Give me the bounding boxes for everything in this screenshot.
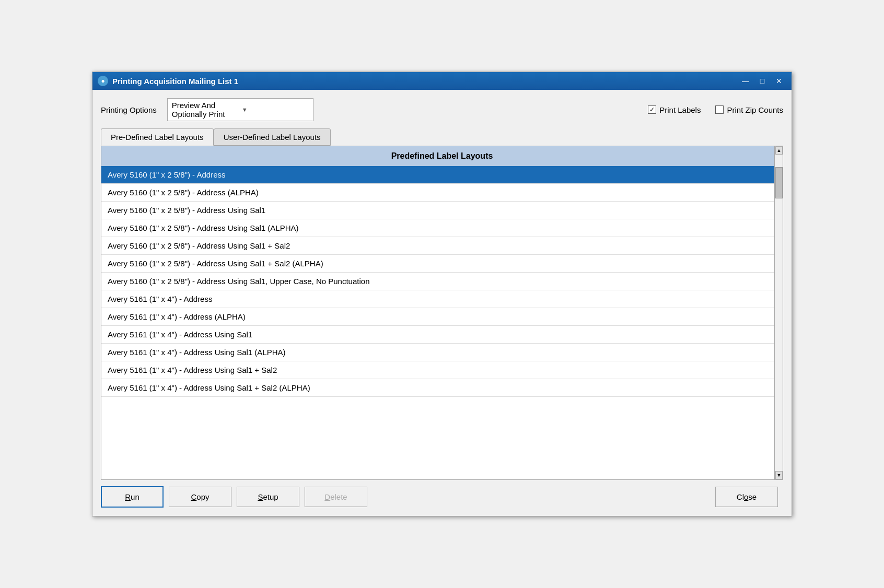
content-area: Printing Options Preview And Optionally … bbox=[92, 90, 792, 516]
app-icon: ● bbox=[98, 76, 108, 86]
printing-options-label: Printing Options bbox=[101, 105, 157, 114]
print-labels-label: Print Labels bbox=[659, 105, 701, 114]
list-item[interactable]: Avery 5160 (1" x 2 5/8") - Address Using… bbox=[101, 255, 783, 273]
list-item[interactable]: Avery 5161 (1" x 4") - Address Using Sal… bbox=[101, 379, 783, 397]
top-bar: Printing Options Preview And Optionally … bbox=[101, 98, 783, 121]
copy-button[interactable]: Copy bbox=[169, 487, 231, 507]
window-controls: — □ ✕ bbox=[738, 75, 786, 87]
list-container: Predefined Label Layouts Avery 5160 (1" … bbox=[101, 146, 783, 480]
list-item[interactable]: Avery 5160 (1" x 2 5/8") - Address Using… bbox=[101, 273, 783, 290]
dropdown-value: Preview And Optionally Print bbox=[172, 101, 239, 119]
printing-options-dropdown[interactable]: Preview And Optionally Print ▼ bbox=[167, 98, 313, 121]
dropdown-arrow-icon: ▼ bbox=[242, 107, 309, 113]
scrollbar-thumb[interactable] bbox=[775, 167, 783, 198]
list-item[interactable]: Avery 5160 (1" x 2 5/8") - Address (ALPH… bbox=[101, 184, 783, 202]
tab-predefined-label-layouts[interactable]: Pre-Defined Label Layouts bbox=[101, 128, 214, 146]
list-item[interactable]: Avery 5160 (1" x 2 5/8") - Address Using… bbox=[101, 202, 783, 219]
list-item[interactable]: Avery 5161 (1" x 4") - Address Using Sal… bbox=[101, 326, 783, 344]
checkbox-group: Print Labels Print Zip Counts bbox=[648, 105, 783, 114]
window-title: Printing Acquisition Mailing List 1 bbox=[112, 77, 734, 86]
title-bar: ● Printing Acquisition Mailing List 1 — … bbox=[92, 72, 792, 90]
print-labels-checkbox-item[interactable]: Print Labels bbox=[648, 105, 701, 114]
main-window: ● Printing Acquisition Mailing List 1 — … bbox=[92, 72, 792, 516]
print-zip-counts-label: Print Zip Counts bbox=[727, 105, 783, 114]
close-window-button[interactable]: ✕ bbox=[772, 75, 786, 87]
list-item[interactable]: Avery 5160 (1" x 2 5/8") - Address Using… bbox=[101, 219, 783, 237]
minimize-button[interactable]: — bbox=[738, 75, 753, 87]
delete-button[interactable]: Delete bbox=[305, 487, 367, 507]
scrollbar-arrow-up[interactable]: ▲ bbox=[775, 146, 783, 155]
restore-button[interactable]: □ bbox=[755, 75, 770, 87]
run-button[interactable]: Run bbox=[101, 486, 164, 508]
list-body[interactable]: Avery 5160 (1" x 2 5/8") - AddressAvery … bbox=[101, 166, 783, 479]
list-item[interactable]: Avery 5160 (1" x 2 5/8") - Address Using… bbox=[101, 237, 783, 255]
list-item[interactable]: Avery 5161 (1" x 4") - Address bbox=[101, 290, 783, 308]
list-item[interactable]: Avery 5161 (1" x 4") - Address Using Sal… bbox=[101, 344, 783, 361]
tab-user-defined-label-layouts[interactable]: User-Defined Label Layouts bbox=[214, 128, 331, 146]
scrollbar-track[interactable]: ▲ ▼ bbox=[774, 146, 783, 479]
print-labels-checkbox[interactable] bbox=[648, 105, 656, 114]
bottom-buttons: Run Copy Setup Delete Close bbox=[101, 480, 783, 510]
list-item[interactable]: Avery 5160 (1" x 2 5/8") - Address bbox=[101, 166, 783, 184]
scrollbar-arrow-down[interactable]: ▼ bbox=[775, 471, 783, 479]
list-item[interactable]: Avery 5161 (1" x 4") - Address Using Sal… bbox=[101, 361, 783, 379]
print-zip-counts-checkbox-item[interactable]: Print Zip Counts bbox=[715, 105, 783, 114]
list-item[interactable]: Avery 5161 (1" x 4") - Address (ALPHA) bbox=[101, 308, 783, 326]
setup-button[interactable]: Setup bbox=[237, 487, 299, 507]
list-header: Predefined Label Layouts bbox=[101, 146, 783, 166]
print-zip-counts-checkbox[interactable] bbox=[715, 105, 724, 114]
tabs-row: Pre-Defined Label Layouts User-Defined L… bbox=[101, 128, 783, 146]
close-button[interactable]: Close bbox=[715, 487, 778, 507]
